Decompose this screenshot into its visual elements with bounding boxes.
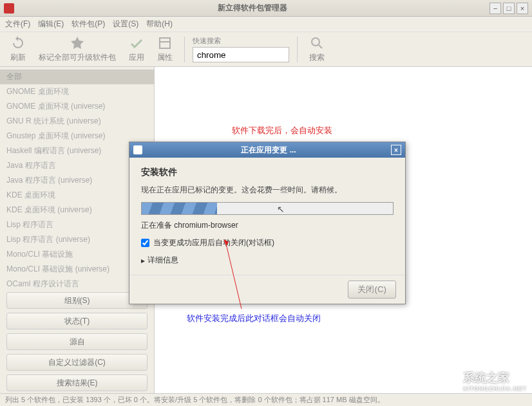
origin-button[interactable]: 源自	[6, 333, 147, 350]
app-icon	[4, 3, 14, 14]
toolbar: 刷新 标记全部可升级软件包 应用 属性 快速搜索 搜索	[0, 32, 532, 67]
dialog-body: 安装软件 现在正在应用已标记的变更。这会花费一些时间。请稍候。 ↖ 正在准备 c…	[129, 158, 405, 275]
filter-button[interactable]: 自定义过滤器(C)	[6, 354, 147, 371]
annotation-blue: 软件安装完成后此对话框会自动关闭	[187, 313, 321, 324]
autoclose-label: 当变更成功应用后自动关闭(对话框)	[153, 237, 274, 248]
results-button[interactable]: 搜索结果(E)	[6, 374, 147, 391]
watermark-url: XITONGZHIJIA.NET	[463, 385, 527, 392]
menu-settings[interactable]: 设置(S)	[113, 19, 138, 30]
close-button[interactable]: ×	[517, 3, 528, 14]
cursor-icon: ↖	[277, 204, 285, 214]
svg-line-3	[319, 45, 322, 48]
markall-icon	[70, 35, 85, 51]
search-button[interactable]: 搜索	[305, 34, 328, 64]
titlebar: 新立得软件包管理器 − □ ×	[0, 0, 532, 17]
dialog-close-btn[interactable]: 关闭(C)	[348, 281, 396, 299]
category-all[interactable]: 全部	[0, 69, 154, 84]
dialog-footer: 关闭(C)	[129, 275, 405, 304]
properties-button[interactable]: 属性	[153, 34, 176, 64]
status-button[interactable]: 状态(T)	[6, 313, 147, 329]
maximize-button[interactable]: □	[503, 3, 515, 14]
category-item[interactable]: GNOME 桌面环境	[0, 84, 154, 99]
refresh-button[interactable]: 刷新	[6, 34, 30, 64]
dialog-icon	[133, 145, 142, 154]
details-toggle[interactable]: ▸ 详细信息	[141, 255, 394, 266]
menubar: 文件(F) 编辑(E) 软件包(P) 设置(S) 帮助(H)	[0, 17, 532, 32]
svg-rect-0	[160, 38, 170, 48]
quicksearch-box: 快速搜索	[193, 36, 289, 62]
progress-bar: ↖	[141, 202, 394, 215]
progress-fill	[142, 203, 217, 214]
window-title: 新立得软件包管理器	[17, 3, 488, 14]
apply-label: 应用	[129, 52, 144, 63]
apply-dialog: 正在应用变更 ... × 安装软件 现在正在应用已标记的变更。这会花费一些时间。…	[129, 142, 406, 304]
chevron-right-icon: ▸	[141, 256, 145, 265]
minimize-button[interactable]: −	[489, 3, 501, 14]
annotation-red: 软件下载完后，会自动安装	[232, 125, 332, 136]
watermark-logo-icon	[442, 373, 459, 389]
groups-button[interactable]: 组别(S)	[6, 292, 147, 309]
search-label: 搜索	[309, 52, 325, 63]
dialog-heading: 安装软件	[141, 167, 394, 178]
dialog-status: 正在准备 chromium-browser	[141, 220, 394, 231]
statusbar: 列出 5 个软件包，已安装 1393 个，已坏 0 个。将安装/升级 5 个软件…	[0, 393, 532, 406]
watermark-brand: 系统之家	[463, 371, 509, 384]
dialog-titlebar: 正在应用变更 ... ×	[129, 142, 405, 158]
apply-icon	[129, 35, 144, 51]
markall-label: 标记全部可升级软件包	[39, 52, 116, 63]
quicksearch-label: 快速搜索	[193, 36, 289, 46]
watermark: 系统之家 XITONGZHIJIA.NET	[442, 370, 527, 392]
svg-point-2	[312, 38, 319, 46]
markall-button[interactable]: 标记全部可升级软件包	[35, 34, 120, 64]
toolbar-separator	[184, 37, 185, 62]
quicksearch-input[interactable]	[193, 47, 289, 62]
category-item[interactable]: GNOME 桌面环境 (universe)	[0, 99, 154, 114]
dialog-message: 现在正在应用已标记的变更。这会花费一些时间。请稍候。	[141, 185, 394, 196]
refresh-label: 刷新	[10, 52, 26, 63]
dialog-title: 正在应用变更 ...	[146, 145, 391, 156]
status-text: 列出 5 个软件包，已安装 1393 个，已坏 0 个。将安装/升级 5 个软件…	[5, 395, 385, 405]
menu-package[interactable]: 软件包(P)	[71, 19, 105, 30]
autoclose-checkbox-row[interactable]: 当变更成功应用后自动关闭(对话框)	[141, 237, 394, 248]
search-icon	[309, 35, 325, 51]
toolbar-separator	[297, 37, 298, 62]
properties-icon	[157, 35, 173, 51]
apply-button[interactable]: 应用	[125, 34, 148, 64]
menu-help[interactable]: 帮助(H)	[146, 19, 173, 30]
category-item[interactable]: GNU R 统计系统 (universe)	[0, 114, 154, 129]
details-label: 详细信息	[147, 255, 178, 266]
refresh-icon	[10, 35, 26, 51]
menu-edit[interactable]: 编辑(E)	[38, 19, 64, 30]
properties-label: 属性	[157, 52, 173, 63]
dialog-close-button[interactable]: ×	[391, 145, 401, 155]
autoclose-checkbox[interactable]	[141, 239, 149, 247]
menu-file[interactable]: 文件(F)	[5, 19, 30, 30]
